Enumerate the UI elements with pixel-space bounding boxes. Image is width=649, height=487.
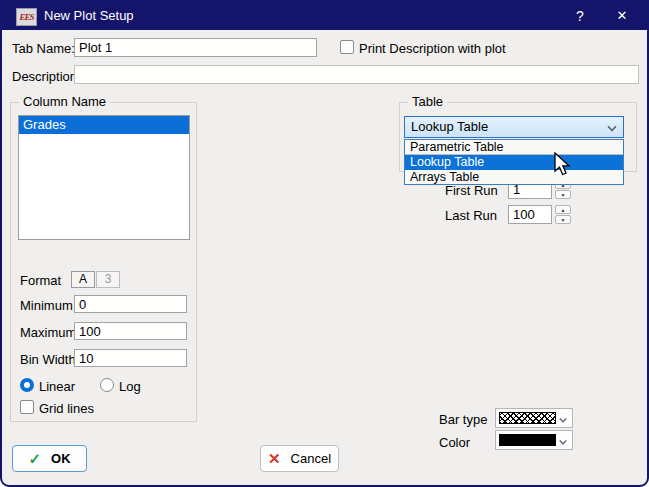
chevron-down-icon [607, 122, 616, 131]
tab-name-label: Tab Name: [12, 41, 75, 56]
color-swatch-black [499, 434, 556, 446]
ok-button[interactable]: ✓ OK [12, 445, 87, 472]
description-label: Description: [12, 69, 81, 84]
help-button[interactable]: ? [563, 2, 597, 30]
check-icon: ✓ [28, 450, 41, 468]
table-group-label: Table [408, 94, 447, 109]
print-description-label: Print Description with plot [359, 41, 506, 56]
maximum-input[interactable] [74, 322, 187, 340]
last-run-label: Last Run [445, 208, 497, 223]
grid-lines-label: Grid lines [39, 401, 94, 416]
minimum-label: Minimum [20, 298, 73, 313]
grid-lines-checkbox[interactable] [20, 400, 34, 414]
cancel-button[interactable]: ✕ Cancel [260, 445, 339, 472]
table-dropdown-list: Parametric Table Lookup Table Arrays Tab… [404, 139, 624, 185]
chevron-down-icon [559, 415, 566, 422]
new-plot-setup-dialog: EES New Plot Setup ? ✕ Tab Name: Print D… [0, 0, 649, 487]
dropdown-item-parametric-table[interactable]: Parametric Table [405, 140, 623, 155]
bin-width-input[interactable] [74, 349, 187, 367]
ok-button-label: OK [51, 451, 71, 466]
log-radio-label: Log [119, 379, 141, 394]
app-icon: EES [16, 8, 37, 26]
column-name-listbox[interactable]: Grades [18, 115, 190, 240]
description-input[interactable] [74, 65, 639, 84]
dropdown-item-arrays-table[interactable]: Arrays Table [405, 170, 623, 184]
linear-radio-label: Linear [39, 379, 75, 394]
color-label: Color [439, 435, 470, 450]
format-digits-box[interactable]: 3 [96, 271, 120, 288]
color-dropdown[interactable] [495, 430, 573, 450]
maximum-label: Maximum [20, 325, 76, 340]
minimum-input[interactable] [74, 295, 187, 313]
linear-radio[interactable] [20, 378, 34, 392]
table-combobox[interactable]: Lookup Table [404, 116, 624, 138]
spin-down-icon[interactable]: ▼ [555, 190, 571, 199]
crosshatch-pattern-icon [499, 412, 556, 424]
format-letter-box[interactable]: A [71, 271, 95, 288]
cancel-button-label: Cancel [291, 451, 331, 466]
x-icon: ✕ [268, 450, 281, 468]
title-bar[interactable]: EES New Plot Setup ? ✕ [2, 2, 647, 30]
format-label: Format [20, 273, 61, 288]
close-button[interactable]: ✕ [605, 2, 639, 30]
dropdown-item-lookup-table[interactable]: Lookup Table [405, 155, 623, 170]
spin-down-icon[interactable]: ▼ [555, 215, 571, 224]
window-title: New Plot Setup [44, 2, 134, 30]
bin-width-label: Bin Width [20, 352, 76, 367]
spin-up-icon[interactable]: ▲ [555, 205, 571, 214]
column-name-group-label: Column Name [19, 94, 110, 109]
list-item-grades[interactable]: Grades [19, 116, 189, 134]
table-combobox-value: Lookup Table [411, 119, 488, 134]
bar-type-dropdown[interactable] [495, 408, 573, 428]
last-run-input[interactable] [508, 205, 552, 224]
print-description-checkbox[interactable] [340, 40, 354, 54]
tab-name-input[interactable] [74, 38, 317, 57]
last-run-spinner[interactable]: ▲ ▼ [555, 205, 572, 225]
bar-type-label: Bar type [439, 412, 487, 427]
chevron-down-icon [559, 437, 566, 444]
first-run-label: First Run [445, 183, 498, 198]
mouse-cursor-icon [554, 152, 574, 179]
log-radio[interactable] [100, 378, 114, 392]
